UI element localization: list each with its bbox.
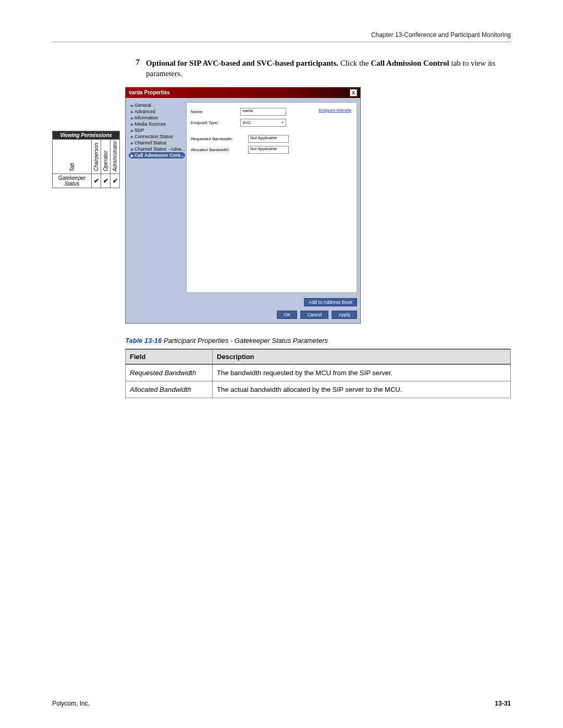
page: Chapter 13-Conference and Participant Mo… [0, 0, 563, 728]
endpoint-website-link[interactable]: Endpoint Website [319, 108, 351, 113]
permissions-header: Viewing Permissions [53, 131, 120, 140]
arrow-icon: ▶ [131, 129, 133, 132]
close-icon[interactable]: X [350, 89, 357, 96]
desc-allocated: The actual bandwidth allocated by the SI… [213, 381, 511, 398]
tree-general[interactable]: ▶General [129, 102, 185, 108]
tree-label: Media Sources [134, 121, 166, 127]
tree-label: Channel Status - Adva... [134, 146, 185, 152]
param-header-field: Field [126, 349, 213, 364]
tree-label: Information [134, 115, 158, 120]
table-caption-text: Participant Properties - Gatekeeper Stat… [164, 337, 328, 344]
row-allocated: Allocated Bandwidth: Not Applicable [191, 146, 352, 154]
desc-requested: The bandwidth requested by the MCU from … [213, 364, 511, 381]
type-select[interactable]: SVC ▼ [240, 119, 286, 127]
step-number: 7 [125, 58, 146, 67]
arrow-icon: ▶ [131, 104, 133, 107]
name-label: Name: [191, 109, 240, 114]
page-number: 13-31 [495, 700, 511, 707]
perm-col-admin: Administrator [111, 140, 120, 174]
properties-dialog: varda Properties X ▶General ▶Advanced ▶I… [125, 87, 361, 324]
chevron-down-icon: ▼ [281, 121, 284, 124]
requested-label: Requested Bandwidth: [191, 137, 248, 141]
cancel-button[interactable]: Cancel [300, 311, 328, 319]
dialog-titlebar: varda Properties X [126, 88, 360, 98]
dialog-title-text: varda Properties [129, 90, 170, 95]
tree-advanced[interactable]: ▶Advanced [129, 108, 185, 115]
chapter-heading: Chapter 13-Conference and Participant Mo… [52, 31, 511, 39]
arrow-icon: ▶ [131, 135, 133, 139]
table-row: Allocated Bandwidth The actual bandwidth… [126, 381, 511, 398]
add-to-address-book-button[interactable]: Add to Address Book [304, 298, 357, 306]
page-footer: Polycom, Inc. 13-31 [52, 700, 511, 707]
dialog-footer: Add to Address Book [126, 296, 360, 311]
tree-call-admission[interactable]: ▶Call Admission Cont... [129, 152, 185, 158]
table-caption: Table 13-16 Participant Properties - Gat… [125, 337, 511, 344]
tree-label: Connection Status [134, 134, 173, 139]
arrow-icon: ▶ [131, 154, 133, 157]
allocated-label: Allocated Bandwidth: [191, 147, 248, 152]
dialog-form: Endpoint Website Name: varda Endpoint Ty… [186, 102, 357, 293]
field-requested: Requested Bandwidth [126, 364, 213, 381]
arrow-icon: ▶ [131, 110, 133, 114]
content-row: Viewing Permissions Tab Chairperson Oper… [52, 58, 511, 398]
perm-col-admin-label: Administrator [112, 141, 118, 171]
tree-label: Channel Status [134, 140, 167, 145]
tree-channel-status-adv[interactable]: ▶Channel Status - Adva... [129, 146, 185, 152]
perm-tab-col: Tab [53, 140, 92, 174]
perm-col-operator-label: Operator [103, 151, 108, 171]
tree-sdp[interactable]: ▶SDP [129, 127, 185, 133]
check-chair: ✔ [92, 174, 101, 188]
check-operator: ✔ [101, 174, 111, 188]
main-col: 7 Optional for SIP AVC-based and SVC-bas… [125, 58, 511, 398]
dialog-footer2: OK Cancel Apply [126, 311, 360, 323]
arrow-icon: ▶ [131, 122, 133, 126]
left-margin: Viewing Permissions Tab Chairperson Oper… [52, 58, 125, 188]
tree-label: Advanced [134, 109, 155, 114]
arrow-icon: ▶ [131, 116, 133, 120]
perm-col-chair-label: Chairperson [93, 143, 99, 171]
dialog-body: ▶General ▶Advanced ▶Information ▶Media S… [126, 98, 360, 296]
allocated-input[interactable]: Not Applicable [248, 146, 289, 154]
type-label: Endpoint Type: [191, 120, 240, 125]
type-value: SVC [242, 120, 251, 125]
param-header-row: Field Description [126, 349, 511, 364]
table-row: Requested Bandwidth The bandwidth reques… [126, 364, 511, 381]
tree-information[interactable]: ▶Information [129, 115, 185, 121]
ok-button[interactable]: OK [277, 311, 297, 319]
perm-tab-label: Tab [69, 163, 75, 171]
header-rule [52, 42, 511, 42]
param-header-desc: Description [213, 349, 511, 364]
permissions-table-wrap: Viewing Permissions Tab Chairperson Oper… [52, 131, 125, 188]
tree-media-sources[interactable]: ▶Media Sources [129, 121, 185, 127]
arrow-icon: ▶ [131, 147, 133, 151]
table-number: Table 13-16 [125, 337, 162, 344]
step-mid: Click the [338, 59, 371, 67]
tree-label: SDP [134, 128, 144, 133]
step-text: Optional for SIP AVC-based and SVC-based… [146, 58, 511, 79]
footer-company: Polycom, Inc. [52, 700, 90, 707]
arrow-icon: ▶ [131, 141, 133, 145]
tree-connection-status[interactable]: ▶Connection Status [129, 133, 185, 140]
row-requested: Requested Bandwidth: Not Applicable [191, 135, 352, 143]
requested-input[interactable]: Not Applicable [248, 135, 289, 143]
field-allocated: Allocated Bandwidth [126, 381, 213, 398]
param-table: Field Description Requested Bandwidth Th… [125, 349, 511, 398]
check-admin: ✔ [111, 174, 120, 188]
tree-channel-status[interactable]: ▶Channel Status [129, 140, 185, 146]
step-7: 7 Optional for SIP AVC-based and SVC-bas… [125, 58, 511, 79]
row-type: Endpoint Type: SVC ▼ [191, 119, 352, 127]
perm-row-gatekeeper: Gatekeeper Status [53, 174, 92, 188]
tree-label: General [134, 103, 151, 108]
name-input[interactable]: varda [240, 108, 286, 116]
step-bold2: Call Admission Control [371, 59, 449, 67]
perm-col-chair: Chairperson [92, 140, 101, 174]
dialog-tree: ▶General ▶Advanced ▶Information ▶Media S… [129, 102, 185, 293]
perm-col-operator: Operator [101, 140, 111, 174]
step-bold1: Optional for SIP AVC-based and SVC-based… [146, 59, 338, 67]
apply-button[interactable]: Apply [332, 311, 357, 319]
permissions-table: Viewing Permissions Tab Chairperson Oper… [52, 131, 120, 188]
tree-label-selected: Call Admission Cont... [134, 153, 184, 158]
